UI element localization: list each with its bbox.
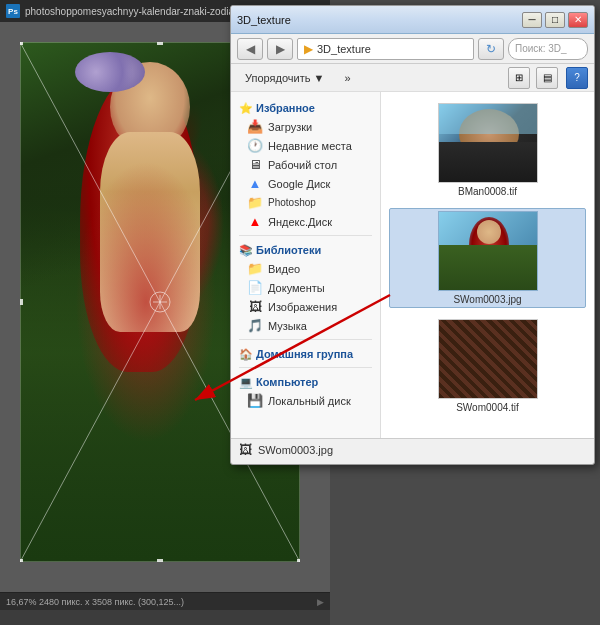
nav-item-music[interactable]: 🎵 Музыка [231,316,380,335]
nav-divider-2 [239,339,372,340]
view-button-1[interactable]: ⊞ [508,67,530,89]
nav-item-recent[interactable]: 🕐 Недавние места [231,136,380,155]
images-icon: 🖼 [247,299,263,314]
explorer-body: ⭐ Избранное 📥 Загрузки 🕐 Недавние места … [231,92,594,438]
photoshop-folder-icon: 📁 [247,195,263,210]
more-button[interactable]: » [336,67,358,89]
help-button[interactable]: ? [566,67,588,89]
search-placeholder: Поиск: 3D_ [515,43,567,54]
nav-photoshop-label: Photoshop [268,197,316,208]
minimize-button[interactable]: ─ [522,12,542,28]
thumbnail-texture-image [439,320,537,398]
nav-item-images[interactable]: 🖼 Изображения [231,297,380,316]
nav-divider-1 [239,235,372,236]
folder-icon: ▶ [304,42,313,56]
nav-section-homegroup[interactable]: 🏠 Домашняя группа [231,344,380,363]
nav-item-photoshop[interactable]: 📁 Photoshop [231,193,380,212]
file-thumb-image-swom3 [438,211,538,291]
address-path: 3D_texture [317,43,371,55]
nav-item-docs[interactable]: 📄 Документы [231,278,380,297]
nav-item-video[interactable]: 📁 Видео [231,259,380,278]
video-icon: 📁 [247,261,263,276]
forward-button[interactable]: ▶ [267,38,293,60]
address-bar[interactable]: ▶ 3D_texture [297,38,474,60]
ps-status-text: 16,67% 2480 пикс. х 3508 пикс. (300,125.… [6,597,184,607]
nav-section-libraries[interactable]: 📚 Библиотеки [231,240,380,259]
back-button[interactable]: ◀ [237,38,263,60]
ps-statusbar: 16,67% 2480 пикс. х 3508 пикс. (300,125.… [0,592,330,610]
file-thumb-bman[interactable]: BMan0008.tif [389,100,586,200]
docs-icon: 📄 [247,280,263,295]
explorer-titlebar: 3D_texture ─ □ ✕ [231,6,594,34]
explorer-toolbar: Упорядочить ▼ » ⊞ ▤ ? [231,64,594,92]
gdrive-icon: ▲ [247,176,263,191]
nav-section-favorites[interactable]: ⭐ Избранное [231,98,380,117]
file-thumb-image-bman [438,103,538,183]
ps-icon: Ps [6,4,20,18]
file-thumb-image-swom4 [438,319,538,399]
file-label-swom3: SWom0003.jpg [453,294,521,305]
organize-button[interactable]: Упорядочить ▼ [237,67,332,89]
ps-title: photoshoppomesyachnyy-kalendar-znaki-zod… [25,6,265,17]
maximize-button[interactable]: □ [545,12,565,28]
nav-item-yadisk[interactable]: ▲ Яндекс.Диск [231,212,380,231]
selected-file-icon-sm: 🖼 [239,442,252,457]
nav-item-downloads[interactable]: 📥 Загрузки [231,117,380,136]
search-box[interactable]: Поиск: 3D_ [508,38,588,60]
selected-file-label: SWom0003.jpg [258,444,333,456]
nav-item-desktop[interactable]: 🖥 Рабочий стол [231,155,380,174]
downloads-icon: 📥 [247,119,263,134]
refresh-button[interactable]: ↻ [478,38,504,60]
file-thumb-swom4[interactable]: SWom0004.tif [389,316,586,416]
thumbnail-man-image [439,104,537,182]
explorer-window: 3D_texture ─ □ ✕ ◀ ▶ ▶ 3D_texture ↻ Поис… [230,5,595,465]
nav-item-localdisk[interactable]: 💾 Локальный диск [231,391,380,410]
view-button-2[interactable]: ▤ [536,67,558,89]
yadisk-icon: ▲ [247,214,263,229]
nav-section-computer[interactable]: 💻 Компьютер [231,372,380,391]
desktop-icon: 🖥 [247,157,263,172]
explorer-statusbar: 🖼 SWom0003.jpg [231,438,594,460]
recent-icon: 🕐 [247,138,263,153]
titlebar-buttons: ─ □ ✕ [522,12,588,28]
close-button[interactable]: ✕ [568,12,588,28]
file-area: BMan0008.tif SWom0003.jpg [381,92,594,438]
file-label-swom4: SWom0004.tif [456,402,519,413]
explorer-title: 3D_texture [237,14,291,26]
file-thumb-swom3[interactable]: SWom0003.jpg [389,208,586,308]
nav-item-gdrive[interactable]: ▲ Google Диск [231,174,380,193]
thumbnail-woman-image [439,212,537,290]
address-bar-area: ◀ ▶ ▶ 3D_texture ↻ Поиск: 3D_ [231,34,594,64]
music-icon: 🎵 [247,318,263,333]
nav-divider-3 [239,367,372,368]
sidebar-nav: ⭐ Избранное 📥 Загрузки 🕐 Недавние места … [231,92,381,438]
file-label-bman: BMan0008.tif [458,186,517,197]
localdisk-icon: 💾 [247,393,263,408]
